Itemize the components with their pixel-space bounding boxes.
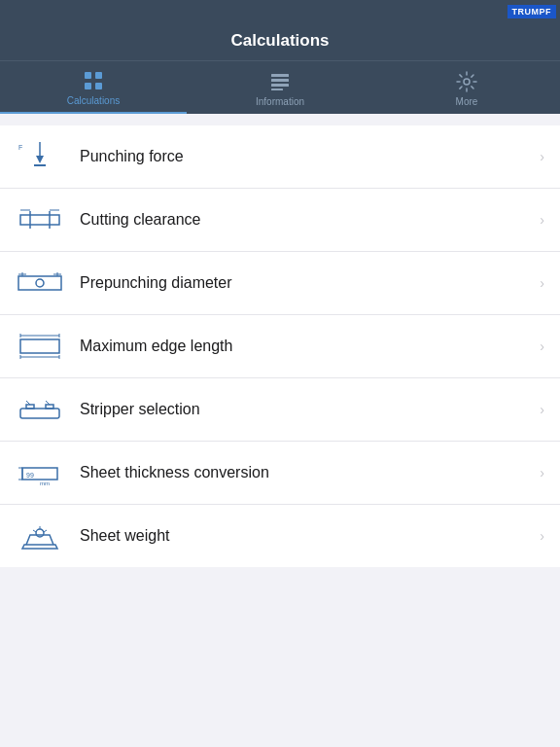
stripper-selection-chevron: › xyxy=(540,402,544,417)
svg-rect-32 xyxy=(26,405,34,409)
sheet-weight-chevron: › xyxy=(540,528,544,544)
cutting-clearance-chevron: › xyxy=(540,212,544,228)
svg-rect-5 xyxy=(271,79,289,82)
svg-point-8 xyxy=(464,79,470,85)
cutting-clearance-label: Cutting clearance xyxy=(80,211,540,229)
stripper-selection-icon xyxy=(16,392,64,427)
list-item-punching-force[interactable]: F Punching force › xyxy=(0,125,560,189)
svg-line-45 xyxy=(44,530,47,532)
svg-rect-0 xyxy=(85,72,91,79)
svg-rect-18 xyxy=(18,276,61,290)
svg-rect-4 xyxy=(271,74,289,77)
tab-bar: Calculations Information More xyxy=(0,60,560,114)
svg-rect-7 xyxy=(271,89,283,90)
svg-rect-2 xyxy=(85,83,91,89)
svg-rect-6 xyxy=(271,84,289,87)
punching-force-chevron: › xyxy=(540,149,544,164)
svg-rect-31 xyxy=(20,409,59,418)
list-item-cutting-clearance[interactable]: Cutting clearance › xyxy=(0,189,560,252)
nav-title: Calculations xyxy=(230,31,329,60)
sheet-thickness-conversion-label: Sheet thickness conversion xyxy=(80,464,540,481)
calculations-tab-icon xyxy=(82,69,105,92)
list-item-prepunching-diameter[interactable]: Prepunching diameter › xyxy=(0,252,560,315)
sheet-weight-icon xyxy=(16,518,64,553)
svg-rect-24 xyxy=(20,339,59,353)
tab-calculations-label: Calculations xyxy=(67,95,120,106)
sheet-thickness-conversion-icon: 99 mm xyxy=(16,455,64,490)
prepunching-diameter-label: Prepunching diameter xyxy=(80,274,540,292)
svg-text:99: 99 xyxy=(26,472,34,479)
svg-rect-3 xyxy=(95,83,102,89)
svg-rect-33 xyxy=(46,405,53,409)
svg-point-19 xyxy=(36,279,44,287)
nav-header: Calculations xyxy=(0,23,560,60)
tab-more-label: More xyxy=(456,96,478,107)
tab-calculations[interactable]: Calculations xyxy=(0,61,187,114)
svg-text:F: F xyxy=(18,144,22,151)
stripper-selection-label: Stripper selection xyxy=(80,401,540,418)
more-tab-icon xyxy=(455,70,478,93)
sheet-thickness-conversion-chevron: › xyxy=(540,465,544,480)
prepunching-diameter-icon xyxy=(16,266,64,301)
list-item-sheet-weight[interactable]: Sheet weight › xyxy=(0,505,560,567)
prepunching-diameter-chevron: › xyxy=(540,275,544,291)
cutting-clearance-icon xyxy=(16,202,64,237)
list-item-stripper-selection[interactable]: Stripper selection › xyxy=(0,378,560,442)
punching-force-label: Punching force xyxy=(80,148,540,165)
trumpf-logo: TRUMPF xyxy=(508,5,557,18)
svg-rect-13 xyxy=(20,215,59,225)
list-item-sheet-thickness-conversion[interactable]: 99 mm Sheet thickness conversion › xyxy=(0,442,560,505)
tab-information[interactable]: Information xyxy=(187,61,373,114)
status-bar: TRUMPF xyxy=(0,0,560,23)
tab-information-label: Information xyxy=(256,96,304,107)
information-tab-icon xyxy=(268,70,292,93)
maximum-edge-length-label: Maximum edge length xyxy=(80,338,540,355)
content-list: F Punching force › Cutting clearance › xyxy=(0,125,560,567)
maximum-edge-length-icon xyxy=(16,329,64,364)
maximum-edge-length-chevron: › xyxy=(540,338,544,354)
list-item-maximum-edge-length[interactable]: Maximum edge length › xyxy=(0,315,560,378)
punching-force-icon: F xyxy=(16,139,64,174)
tab-more[interactable]: More xyxy=(373,61,560,114)
svg-rect-1 xyxy=(95,72,102,79)
svg-line-44 xyxy=(33,530,36,532)
svg-marker-10 xyxy=(36,156,44,163)
sheet-weight-label: Sheet weight xyxy=(80,527,540,545)
svg-point-42 xyxy=(36,529,44,537)
svg-text:mm: mm xyxy=(40,480,50,486)
